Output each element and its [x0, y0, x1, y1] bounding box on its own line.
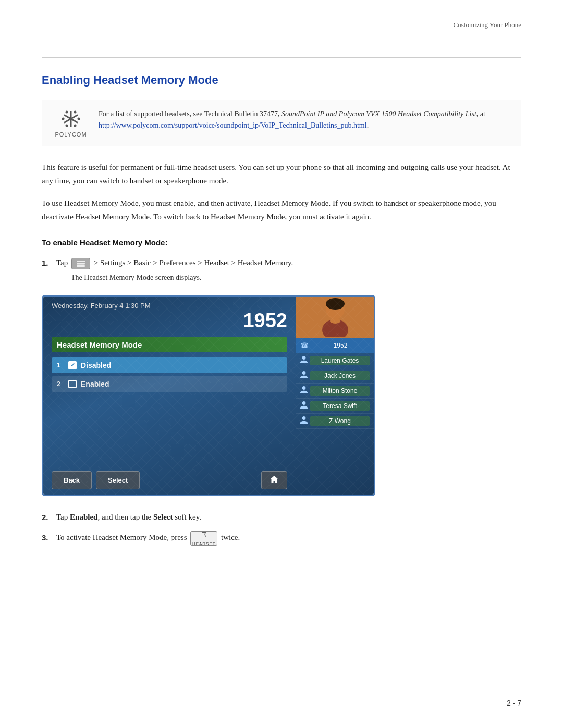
note-box: POLYCOM For a list of supported headsets… — [42, 100, 521, 146]
step-3-text-before: To activate Headset Memory Mode, press — [56, 534, 187, 542]
contact-name-lauren: Lauren Gates — [310, 356, 370, 365]
contact-avatar — [296, 297, 374, 338]
polycom-label: POLYCOM — [55, 131, 87, 138]
note-text-before: For a list of supported headsets, see Te… — [99, 110, 282, 118]
contact-icon-jack — [300, 371, 308, 380]
contact-item-lauren[interactable]: Lauren Gates — [296, 353, 374, 368]
contact-name-teresa: Teresa Swift — [310, 401, 370, 411]
contact-item-1952[interactable]: ☎ 1952 — [296, 338, 374, 353]
contact-icon-wong — [300, 416, 308, 426]
step-2-text: Tap — [56, 513, 70, 521]
contact-name-milton: Milton Stone — [310, 386, 370, 396]
phone-datetime: Wednesday, February 4 1:30 PM — [52, 302, 151, 310]
phone-softkeys: Back Select — [43, 466, 296, 495]
contact-item-milton[interactable]: Milton Stone — [296, 384, 374, 399]
menu-button-icon — [71, 258, 90, 269]
phone-display: Wednesday, February 4 1:30 PM 1952 Heads… — [43, 297, 374, 495]
step-2-num: 2. — [42, 511, 56, 524]
option-2-checkbox — [68, 380, 77, 388]
contact-icon-lauren — [300, 356, 308, 365]
contact-name-1952: 1952 — [311, 341, 370, 350]
note-text-middle: , at — [476, 110, 485, 118]
svg-point-13 — [326, 298, 345, 310]
svg-point-8 — [62, 118, 65, 120]
select-softkey[interactable]: Select — [96, 471, 140, 489]
contact-name-jack: Jack Jones — [310, 371, 370, 380]
svg-point-7 — [66, 125, 68, 127]
phone-content: Headset Memory Mode 1 Disabled 2 — [43, 332, 296, 466]
phone-screen-container: Wednesday, February 4 1:30 PM 1952 Heads… — [42, 295, 521, 496]
step-1: 1. Tap > Settings > Basic > Preferences … — [42, 256, 521, 283]
steps-list: 1. Tap > Settings > Basic > Preferences … — [42, 256, 521, 546]
step-1-text-after: > Settings > Basic > Preferences > Heads… — [94, 258, 293, 267]
contact-icon-1952: ☎ — [300, 341, 309, 350]
page-title: Enabling Headset Memory Mode — [42, 73, 521, 87]
page-number: 2 - 7 — [507, 699, 521, 707]
svg-point-3 — [66, 111, 68, 114]
note-period: . — [367, 121, 369, 129]
step-2-text-after: , and then tap the — [97, 513, 153, 521]
step-2-bold2: Select — [153, 513, 173, 521]
body-paragraph-1: This feature is useful for permanent or … — [42, 161, 521, 188]
step-1-num: 1. — [42, 256, 56, 270]
step-2-content: Tap Enabled, and then tap the Select sof… — [56, 511, 521, 524]
breadcrumb: Customizing Your Phone — [454, 21, 521, 29]
phone-sidebar: ☎ 1952 Lauren Gates — [296, 297, 374, 495]
step-2: 2. Tap Enabled, and then tap the Select … — [42, 511, 521, 524]
hmm-label: Headset Memory Mode — [52, 337, 287, 352]
step-3-text-after: twice. — [221, 534, 240, 542]
polycom-icon — [59, 108, 83, 129]
contact-item-jack[interactable]: Jack Jones — [296, 368, 374, 384]
option-2-label: Enabled — [81, 380, 109, 388]
option-1-label: Disabled — [81, 361, 111, 369]
contact-item-wong[interactable]: Z Wong — [296, 414, 374, 429]
polycom-logo: POLYCOM — [53, 108, 89, 138]
back-softkey[interactable]: Back — [52, 471, 92, 489]
headset-icon: ☈ — [201, 529, 207, 540]
step-3-content: To activate Headset Memory Mode, press ☈… — [56, 531, 521, 546]
step-2-bold1: Enabled — [70, 513, 97, 521]
step-2-text-end: soft key. — [173, 513, 201, 521]
option-2-num: 2 — [57, 380, 64, 388]
subsection-title: To enable Headset Memory Mode: — [42, 238, 521, 247]
note-content: For a list of supported headsets, see Te… — [99, 108, 485, 132]
avatar-silhouette — [317, 298, 353, 337]
option-enabled[interactable]: 2 Enabled — [52, 376, 287, 392]
contact-name-wong: Z Wong — [310, 416, 370, 426]
phone-number: 1952 — [43, 310, 296, 332]
step-1-note: The Headset Memory Mode screen displays. — [71, 272, 521, 283]
contact-icon-teresa — [300, 401, 308, 411]
headset-label: HEADSET — [192, 540, 216, 548]
svg-point-6 — [74, 125, 77, 127]
svg-point-4 — [74, 111, 77, 114]
svg-rect-9 — [77, 261, 85, 262]
step-3-num: 3. — [42, 531, 56, 545]
option-disabled[interactable]: 1 Disabled — [52, 357, 287, 373]
note-italic: SoundPoint IP and Polycom VVX 1500 Heads… — [282, 110, 476, 118]
phone-screen: Wednesday, February 4 1:30 PM 1952 Heads… — [42, 295, 375, 496]
step-1-text-before: Tap — [56, 258, 68, 267]
step-3: 3. To activate Headset Memory Mode, pres… — [42, 531, 521, 546]
svg-point-5 — [78, 118, 80, 120]
contact-list: ☎ 1952 Lauren Gates — [296, 338, 374, 495]
contact-icon-milton — [300, 386, 308, 396]
step-1-content: Tap > Settings > Basic > Preferences > H… — [56, 256, 521, 283]
headset-key: ☈ HEADSET — [190, 531, 217, 546]
option-1-num: 1 — [57, 362, 64, 369]
svg-rect-11 — [77, 265, 85, 267]
header-divider — [42, 57, 521, 58]
svg-rect-10 — [77, 263, 85, 264]
phone-main-area: Wednesday, February 4 1:30 PM 1952 Heads… — [43, 297, 296, 495]
option-1-checkbox — [68, 361, 77, 369]
svg-point-15 — [330, 318, 340, 324]
note-link[interactable]: http://www.polycom.com/support/voice/sou… — [99, 121, 367, 129]
home-softkey[interactable] — [261, 471, 287, 489]
contact-item-teresa[interactable]: Teresa Swift — [296, 399, 374, 414]
body-paragraph-2: To use Headset Memory Mode, you must ena… — [42, 197, 521, 224]
